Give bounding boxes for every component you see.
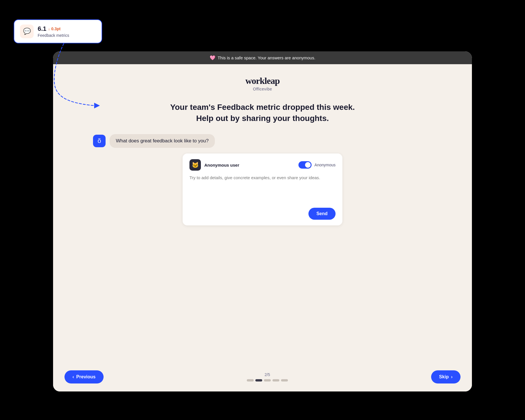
reply-footer: Send: [189, 208, 336, 220]
question-bubble-row: õ What does great feedback look like to …: [93, 134, 215, 148]
metrics-icon-wrap: 💬: [20, 25, 34, 38]
metrics-score: 6.1: [38, 25, 47, 33]
progress-dots: [247, 379, 288, 381]
logo-text: workleap: [245, 76, 280, 86]
metrics-score-line: 6.1 ↓ 0.3pt: [38, 25, 69, 33]
logo-wordmark: workleap: [245, 76, 280, 86]
skip-label: Skip: [439, 374, 449, 379]
progress-dot-1: [247, 379, 254, 381]
banner-text: This is a safe space. Your answers are a…: [218, 55, 316, 60]
survey-headline: Your team's Feedback metric dropped this…: [170, 102, 355, 124]
skip-chevron-icon: ›: [451, 374, 453, 379]
previous-button[interactable]: ‹ Previous: [64, 370, 104, 383]
progress-dot-5: [281, 379, 288, 381]
skip-button[interactable]: Skip ›: [431, 370, 461, 383]
question-bubble: What does great feedback look like to yo…: [110, 134, 215, 148]
headline-line2: Help out by sharing your thoughts.: [196, 114, 329, 123]
anon-label: Anonymous: [314, 163, 336, 167]
reply-user-info: 🐱 Anonymous user: [189, 159, 239, 171]
logo-sub: Officevibe: [253, 87, 272, 91]
metrics-delta: ↓ 0.3pt: [48, 27, 61, 31]
progress-dot-2: [255, 379, 262, 381]
bot-icon: õ: [98, 137, 101, 145]
survey-window: 🩷 This is a safe space. Your answers are…: [53, 51, 472, 391]
logo-area: workleap Officevibe: [245, 76, 280, 91]
progress-area: 2/5: [247, 372, 288, 381]
metrics-text: 6.1 ↓ 0.3pt Feedback metrics: [38, 25, 69, 38]
reply-username: Anonymous user: [204, 163, 239, 167]
reply-card: 🐱 Anonymous user Anonymous Send: [183, 154, 342, 225]
metrics-label: Feedback metrics: [38, 33, 69, 38]
user-avatar: 🐱: [189, 159, 201, 171]
progress-dot-4: [272, 379, 279, 381]
toggle-knob: [305, 162, 311, 168]
send-button[interactable]: Send: [308, 208, 336, 220]
reply-header: 🐱 Anonymous user Anonymous: [189, 159, 336, 171]
headline-line1: Your team's Feedback metric dropped this…: [170, 103, 355, 112]
reply-textarea[interactable]: [189, 175, 336, 203]
survey-body: workleap Officevibe Your team's Feedback…: [53, 64, 472, 364]
prev-chevron-icon: ‹: [72, 374, 74, 379]
metrics-card: 💬 6.1 ↓ 0.3pt Feedback metrics: [14, 19, 102, 43]
safe-space-banner: 🩷 This is a safe space. Your answers are…: [53, 51, 472, 64]
anonymous-toggle[interactable]: [298, 161, 312, 169]
anon-toggle-group: Anonymous: [298, 161, 336, 169]
feedback-icon: 💬: [23, 28, 31, 35]
progress-dot-3: [264, 379, 271, 381]
prev-label: Previous: [76, 374, 96, 379]
heart-icon: 🩷: [210, 55, 215, 60]
question-avatar: õ: [93, 135, 106, 147]
survey-bottom: ‹ Previous 2/5 Skip ›: [53, 364, 472, 391]
progress-label: 2/5: [264, 372, 270, 377]
